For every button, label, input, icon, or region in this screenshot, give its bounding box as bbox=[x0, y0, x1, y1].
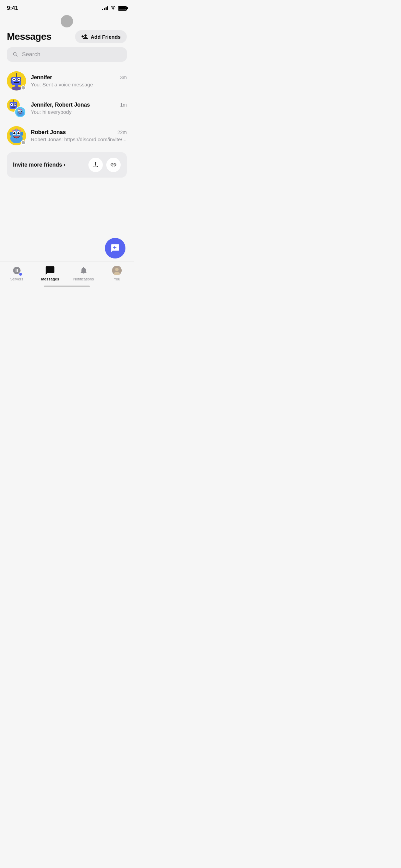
add-friends-label: Add Friends bbox=[90, 34, 121, 40]
messages-icon-wrap bbox=[45, 265, 55, 276]
you-avatar-svg bbox=[112, 266, 122, 275]
message-preview: You: hi everybody bbox=[31, 109, 127, 115]
home-indicator bbox=[44, 286, 90, 287]
group-avatar bbox=[7, 99, 26, 118]
new-message-icon bbox=[110, 243, 120, 253]
contact-name: Robert Jonas bbox=[31, 129, 66, 135]
link-icon bbox=[110, 161, 117, 168]
svg-point-28 bbox=[21, 111, 22, 112]
notifications-nav-label: Notifications bbox=[73, 277, 94, 281]
message-content: Jennifer, Robert Jonas 1m You: hi everyb… bbox=[31, 102, 127, 115]
search-icon bbox=[12, 51, 19, 58]
battery-icon bbox=[118, 6, 127, 11]
copy-link-button[interactable] bbox=[106, 158, 121, 172]
bottom-navigation: Servers Messages Notifications bbox=[0, 262, 134, 289]
messages-icon bbox=[45, 265, 55, 276]
list-item[interactable]: Jennifer 3m You: Sent a voice message bbox=[7, 67, 127, 95]
notifications-icon-wrap bbox=[78, 265, 89, 276]
invite-actions bbox=[88, 158, 121, 172]
svg-point-16 bbox=[11, 104, 12, 105]
signal-icon bbox=[102, 6, 108, 10]
svg-rect-8 bbox=[14, 82, 19, 83]
message-top: Robert Jonas 22m bbox=[31, 129, 127, 135]
add-friends-button[interactable]: Add Friends bbox=[75, 30, 127, 43]
share-icon bbox=[92, 161, 99, 168]
svg-point-12 bbox=[12, 86, 21, 91]
nav-item-servers[interactable]: Servers bbox=[0, 265, 34, 281]
svg-point-37 bbox=[13, 132, 15, 134]
wifi-icon bbox=[110, 5, 116, 11]
avatar bbox=[7, 71, 26, 91]
message-preview: You: Sent a voice message bbox=[31, 82, 127, 87]
svg-rect-21 bbox=[11, 107, 15, 108]
svg-point-7 bbox=[16, 73, 17, 74]
message-time: 3m bbox=[120, 75, 127, 80]
message-preview: Robert Jonas: https://discord.com/invite… bbox=[31, 136, 127, 142]
messages-list: Jennifer 3m You: Sent a voice message bbox=[0, 67, 134, 149]
svg-rect-10 bbox=[11, 77, 12, 84]
you-nav-label: You bbox=[114, 277, 120, 281]
you-icon-wrap bbox=[112, 265, 122, 276]
status-bar: 9:41 bbox=[0, 0, 134, 14]
message-content: Robert Jonas 22m Robert Jonas: https://d… bbox=[31, 129, 127, 142]
header: Messages Add Friends bbox=[0, 27, 134, 47]
svg-point-5 bbox=[18, 79, 20, 80]
svg-point-18 bbox=[14, 104, 16, 105]
message-time: 22m bbox=[118, 130, 127, 135]
servers-icon-wrap bbox=[12, 265, 22, 276]
share-button[interactable] bbox=[88, 158, 103, 172]
new-message-fab[interactable] bbox=[105, 238, 125, 258]
message-top: Jennifer 3m bbox=[31, 74, 127, 81]
message-top: Jennifer, Robert Jonas 1m bbox=[31, 102, 127, 108]
status-time: 9:41 bbox=[7, 5, 18, 12]
contact-name: Jennifer bbox=[31, 74, 52, 81]
invite-section[interactable]: Invite more friends › bbox=[7, 152, 127, 178]
message-content: Jennifer 3m You: Sent a voice message bbox=[31, 74, 127, 87]
list-item[interactable]: Robert Jonas 22m Robert Jonas: https://d… bbox=[7, 122, 127, 149]
svg-point-42 bbox=[10, 132, 12, 136]
search-placeholder: Search bbox=[22, 51, 40, 58]
servers-notification-dot bbox=[19, 272, 23, 276]
drag-indicator bbox=[61, 15, 73, 27]
online-indicator bbox=[21, 140, 26, 145]
status-icons bbox=[102, 5, 127, 11]
avatar bbox=[7, 126, 26, 145]
servers-nav-label: Servers bbox=[10, 277, 23, 281]
svg-point-20 bbox=[13, 100, 14, 101]
avatar bbox=[7, 99, 26, 118]
you-avatar bbox=[112, 266, 122, 275]
add-friend-icon bbox=[81, 33, 88, 40]
robert-small-avatar bbox=[15, 107, 25, 117]
svg-point-45 bbox=[115, 268, 119, 271]
search-bar[interactable]: Search bbox=[7, 47, 127, 62]
svg-point-43 bbox=[21, 132, 23, 136]
invite-text: Invite more friends › bbox=[13, 162, 65, 168]
contact-name: Jennifer, Robert Jonas bbox=[31, 102, 90, 108]
messages-nav-label: Messages bbox=[41, 277, 59, 281]
search-container: Search bbox=[0, 47, 134, 67]
message-time: 1m bbox=[120, 102, 127, 108]
page-title: Messages bbox=[7, 31, 51, 42]
svg-point-27 bbox=[19, 111, 20, 112]
svg-point-3 bbox=[13, 79, 15, 80]
online-indicator bbox=[21, 85, 26, 90]
nav-item-notifications[interactable]: Notifications bbox=[67, 265, 100, 281]
list-item[interactable]: Jennifer, Robert Jonas 1m You: hi everyb… bbox=[7, 95, 127, 122]
nav-item-you[interactable]: You bbox=[100, 265, 134, 281]
notifications-icon bbox=[79, 266, 88, 275]
svg-point-38 bbox=[17, 132, 20, 134]
nav-item-messages[interactable]: Messages bbox=[34, 265, 67, 281]
